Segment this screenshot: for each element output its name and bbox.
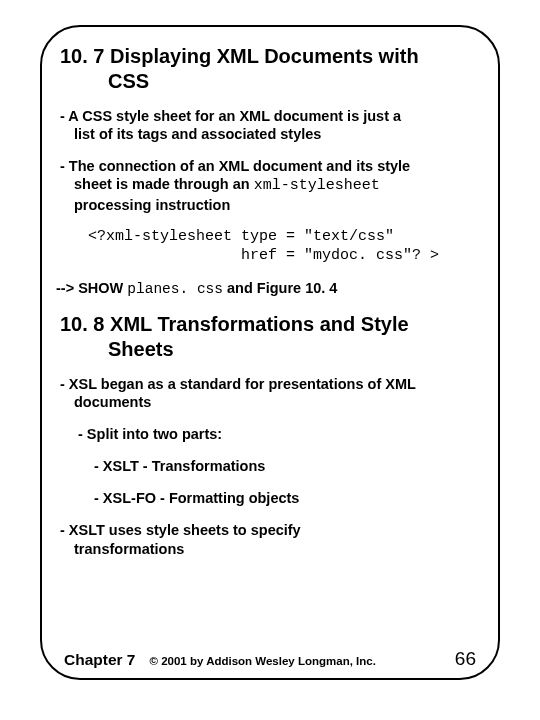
bullet-text-cont: documents <box>74 393 480 411</box>
section-title-text: XML Transformations and Style <box>110 313 409 335</box>
bullet-text-cont: list of its tags and associated styles <box>74 125 480 143</box>
code-line-2: href = "mydoc. css"? > <box>88 247 439 264</box>
bullet-xslt: - XSLT - Transformations <box>94 457 480 475</box>
bullet-text: - XSLT - Transformations <box>94 458 265 474</box>
bullet-text: - A CSS style sheet for an XML document … <box>60 108 401 124</box>
footer-copyright: © 2001 by Addison Wesley Longman, Inc. <box>150 655 443 667</box>
bullet-connection: - The connection of an XML document and … <box>60 157 480 214</box>
section-number: 10. 7 <box>60 45 104 67</box>
show-suffix: and Figure 10. 4 <box>223 280 337 296</box>
section-title-10-7: 10. 7 Displaying XML Documents with CSS <box>60 45 480 93</box>
bullet-xslfo: - XSL-FO - Formatting objects <box>94 489 480 507</box>
bullet-text-cont: sheet is made through an xml-stylesheet <box>74 175 480 196</box>
bullet-text: - XSL began as a standard for presentati… <box>60 376 416 392</box>
slide-footer: Chapter 7 © 2001 by Addison Wesley Longm… <box>42 648 498 670</box>
bullet-text: - XSLT uses style sheets to specify <box>60 522 301 538</box>
section-title-10-8: 10. 8 XML Transformations and Style Shee… <box>60 313 480 361</box>
code-block: <?xml-stylesheet type = "text/css" href … <box>88 228 480 266</box>
bullet-text-cont2: processing instruction <box>74 196 480 214</box>
code-line-1: <?xml-stylesheet type = "text/css" <box>88 228 394 245</box>
bullet-text-part: sheet is made through an <box>74 176 254 192</box>
section-number: 10. 8 <box>60 313 104 335</box>
bullet-xsl-began: - XSL began as a standard for presentati… <box>60 375 480 411</box>
section-title-cont: Sheets <box>108 338 480 361</box>
bullet-text: - The connection of an XML document and … <box>60 158 410 174</box>
bullet-split: - Split into two parts: <box>78 425 480 443</box>
section-title-cont: CSS <box>108 70 480 93</box>
show-code: planes. css <box>127 281 223 297</box>
inline-code: xml-stylesheet <box>254 177 380 194</box>
bullet-text-cont: transformations <box>74 540 480 558</box>
show-prefix: --> SHOW <box>56 280 127 296</box>
footer-chapter: Chapter 7 <box>64 651 136 669</box>
section-title-text: Displaying XML Documents with <box>110 45 419 67</box>
bullet-xslt-uses: - XSLT uses style sheets to specify tran… <box>60 521 480 557</box>
bullet-css-style-sheet: - A CSS style sheet for an XML document … <box>60 107 480 143</box>
bullet-text: - XSL-FO - Formatting objects <box>94 490 299 506</box>
bullet-text: - Split into two parts: <box>78 426 222 442</box>
show-line: --> SHOW planes. css and Figure 10. 4 <box>56 280 480 297</box>
slide-frame: 10. 7 Displaying XML Documents with CSS … <box>40 25 500 680</box>
footer-page-number: 66 <box>455 648 476 670</box>
